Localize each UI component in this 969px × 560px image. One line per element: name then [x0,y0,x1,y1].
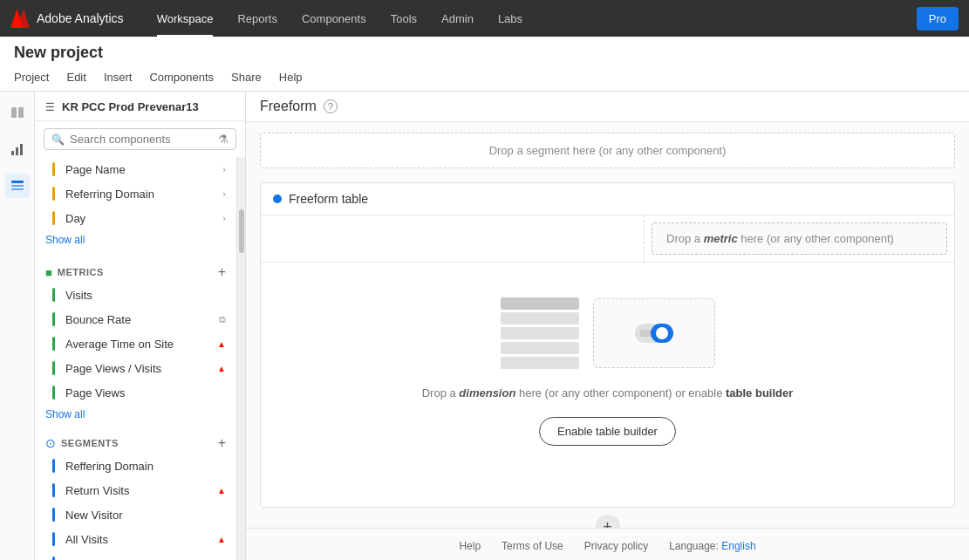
nav-labs[interactable]: Labs [486,0,535,37]
dim-label: Day [65,212,85,225]
add-panel-area: + [260,508,955,528]
panel-header: ☰ KR PCC Prod Prevenar13 [35,92,245,121]
help-link[interactable]: Help [459,540,481,552]
panel-scrollbar[interactable] [236,157,245,560]
help-icon[interactable]: ? [324,99,338,113]
dim-label: Referring Domain [65,188,154,201]
nav-admin[interactable]: Admin [429,0,486,37]
svg-rect-6 [20,144,23,155]
pro-button[interactable]: Pro [917,7,959,31]
bottom-bar: Help Terms of Use Privacy policy Languag… [246,528,969,560]
metrics-section-header: ■ METRICS + [35,256,236,283]
filter-icon[interactable]: ⚗ [218,133,229,146]
enable-table-builder-button[interactable]: Enable table builder [539,417,676,446]
mini-table-icon [501,297,579,369]
menu-project[interactable]: Project [14,67,58,91]
metric-bar [52,312,55,326]
search-icon: 🔍 [51,133,65,146]
terms-link[interactable]: Terms of Use [502,540,563,552]
menu-insert[interactable]: Insert [95,67,141,91]
segment-label: Visits from Campaign [65,557,173,561]
drop-segment-zone[interactable]: Drop a segment here (or any other compon… [260,133,955,168]
menu-share[interactable]: Share [222,67,270,91]
status-dot [273,195,282,203]
privacy-link[interactable]: Privacy policy [584,540,648,552]
metric-bar [52,288,55,302]
toggle-thumb [651,324,673,343]
sidebar-table-icon[interactable] [5,174,30,198]
segment-new-visitor[interactable]: New Visitor [35,502,236,527]
menu-edit[interactable]: Edit [58,67,94,91]
adobe-icon: ▲ [217,364,226,373]
toggle-track [635,324,673,343]
segment-bar [52,483,55,497]
svg-rect-2 [11,107,17,118]
nav-tools[interactable]: Tools [379,0,429,37]
dimension-day[interactable]: Day › [35,206,236,230]
nav-components[interactable]: Components [290,0,379,37]
language-value[interactable]: English [721,540,755,552]
freeform-header: Freeform ? [246,92,969,122]
metric-label: Page Views / Visits [65,362,161,375]
search-input[interactable] [70,133,218,146]
metric-label: Page Views [65,386,125,400]
segment-label: All Visits [65,533,108,546]
drop-dimension-hint: Drop a dimension here (or any other comp… [422,386,794,400]
hamburger-icon: ☰ [45,101,55,113]
components-panel: ☰ KR PCC Prod Prevenar13 🔍 ⚗ Page Name [35,92,246,560]
sidebar-chart-icon[interactable] [5,137,30,161]
main-content: Freeform ? Drop a segment here (or any o… [246,92,969,560]
nav-workspace[interactable]: Workspace [145,0,226,37]
add-segment-button[interactable]: + [218,436,226,450]
sidebar-panel-icon[interactable] [5,100,30,125]
table-viz [501,297,715,369]
segment-return-visits[interactable]: Return Visits ▲ [35,478,236,502]
menu-bar: Project Edit Insert Components Share Hel… [14,67,955,91]
nav-reports[interactable]: Reports [225,0,290,37]
app-name: Adobe Analytics [37,11,124,25]
table-row-icon [501,312,579,324]
add-metric-button[interactable]: + [218,265,226,279]
svg-rect-7 [11,181,24,183]
chevron-right-icon: › [222,188,226,199]
menu-components[interactable]: Components [140,67,222,91]
add-panel-button[interactable]: + [596,515,620,528]
segment-bar [52,459,55,473]
segment-all-visits[interactable]: All Visits ▲ [35,527,236,551]
drop-metric-zone[interactable]: Drop a metric here (or any other compone… [652,222,947,255]
metric-bounce-rate[interactable]: Bounce Rate ⧉ [35,307,236,331]
metric-avg-time[interactable]: Average Time on Site ▲ [35,331,236,356]
metric-page-views-visits[interactable]: Page Views / Visits ▲ [35,356,236,380]
table-row-icon [501,357,579,369]
table-inner: Drop a metric here (or any other compone… [261,215,954,507]
search-bar-container: 🔍 ⚗ [44,128,236,150]
chevron-right-icon: › [222,164,226,174]
segment-bar [52,532,55,546]
menu-help[interactable]: Help [270,67,311,91]
toggle-card [593,298,715,368]
panel-title: KR PCC Prod Prevenar13 [62,100,199,113]
main-layout: ☰ KR PCC Prod Prevenar13 🔍 ⚗ Page Name [0,92,969,560]
svg-rect-8 [11,185,24,187]
sub-header: New project Project Edit Insert Componen… [0,37,969,92]
show-all-metrics[interactable]: Show all [35,405,236,427]
adobe-logo-icon [10,9,30,28]
show-all-dimensions[interactable]: Show all [35,230,236,253]
table-row-icon [501,327,579,339]
project-title: New project [14,44,955,62]
segment-referring-domain[interactable]: Reffering Domain [35,454,236,478]
metric-page-views[interactable]: Page Views [35,380,236,405]
component-list: Page Name › Referring Domain › [35,157,236,560]
adobe-icon: ▲ [217,535,226,544]
segment-visits-from-campaign[interactable]: Visits from Campaign ▲ [35,551,236,560]
svg-rect-9 [11,188,24,190]
copy-icon: ⧉ [219,314,226,325]
segment-label: New Visitor [65,509,123,522]
nav-right: Pro [917,7,959,31]
metric-bar [52,337,55,351]
freeform-card: Freeform table Drop a metric here (or an… [260,182,955,508]
metric-label: Average Time on Site [65,338,174,351]
metric-visits[interactable]: Visits [35,283,236,307]
dimension-page-name[interactable]: Page Name › [35,157,236,181]
dimension-referring-domain[interactable]: Referring Domain › [35,181,236,206]
